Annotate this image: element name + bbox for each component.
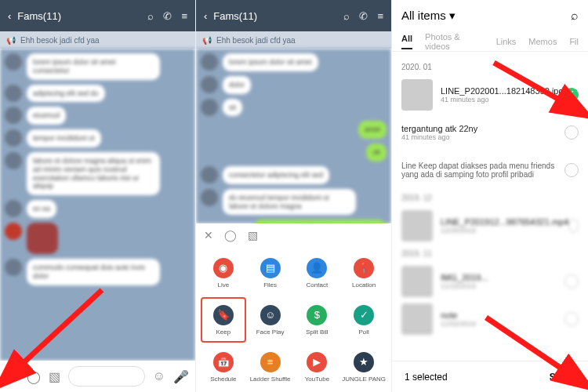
- keep-header: All items ▾ ⌕: [392, 0, 588, 31]
- attach-label: Ladder Shuffle: [250, 376, 291, 383]
- attach-split-bill[interactable]: $Split Bill: [295, 297, 340, 343]
- attach-icon: ☺: [260, 305, 281, 325]
- attach-label: Keep: [216, 328, 231, 336]
- message-input[interactable]: [68, 366, 145, 387]
- back-icon[interactable]: ‹: [8, 10, 11, 22]
- attach-icon: ◉: [213, 258, 234, 278]
- attach-icon: ▶: [307, 352, 327, 372]
- keep-item[interactable]: Line Keep dapat diakses pada menu friend…: [401, 151, 579, 189]
- attach-label: YouTube: [305, 376, 329, 383]
- camera-icon[interactable]: ◯: [27, 369, 41, 384]
- chat-body: lorem ipsum dolor sit amet consectetur a…: [0, 49, 195, 361]
- keep-title[interactable]: All items ▾: [401, 9, 571, 23]
- call-icon[interactable]: ✆: [163, 10, 172, 22]
- search-icon[interactable]: ⌕: [343, 10, 350, 22]
- search-icon[interactable]: ⌕: [571, 9, 579, 23]
- announcement-text: Ehh besok jadi cfd yaa: [216, 36, 296, 45]
- tab-files[interactable]: Fil: [569, 37, 579, 46]
- attach-live[interactable]: ◉Live: [201, 250, 246, 296]
- item-name: LINE_P202001...182148390.jpg: [441, 86, 564, 96]
- select-checkbox[interactable]: [564, 88, 579, 102]
- panel-chat-1: ‹ Fams(11) ⌕ ✆ ≡ 📢 Ehh besok jadi cfd ya…: [0, 0, 196, 392]
- attach-icon: ★: [354, 352, 374, 372]
- attach-label: Location: [352, 281, 376, 289]
- announcement-bar[interactable]: 📢 Ehh besok jadi cfd yaa: [0, 31, 195, 49]
- select-checkbox[interactable]: [564, 163, 579, 177]
- date-label: 2020. 01: [401, 63, 579, 71]
- item-name: Line Keep dapat diakses pada menu friend…: [401, 162, 564, 179]
- attach-youtube[interactable]: ▶YouTube: [295, 344, 340, 390]
- attach-icon: ▤: [260, 258, 281, 278]
- chat-title: Fams(11): [213, 10, 334, 22]
- gallery-icon[interactable]: ▧: [49, 369, 60, 384]
- item-time: 41 minutes ago: [441, 96, 564, 103]
- chat-header: ‹ Fams(11) ⌕ ✆ ≡: [0, 0, 195, 31]
- announcement-text: Ehh besok jadi cfd yaa: [20, 36, 100, 45]
- attach-label: Face Play: [256, 328, 285, 336]
- attachment-grid: ◉Live▤Files👤Contact📍Location🔖Keep☺Face P…: [196, 247, 391, 392]
- attach-label: Live: [218, 281, 230, 289]
- attach-top-bar: ✕ ◯ ▧: [196, 223, 391, 247]
- menu-icon[interactable]: ≡: [181, 10, 187, 22]
- chat-header: ‹ Fams(11) ⌕ ✆ ≡: [196, 0, 391, 31]
- attach-label: Contact: [307, 281, 328, 289]
- menu-icon[interactable]: ≡: [377, 10, 383, 22]
- attach-face-play[interactable]: ☺Face Play: [248, 297, 293, 343]
- announcement-bar[interactable]: 📢 Ehh besok jadi cfd yaa: [196, 31, 391, 49]
- attach-location[interactable]: 📍Location: [341, 250, 387, 296]
- attach-label: Poll: [358, 328, 368, 336]
- gallery-icon[interactable]: ▧: [248, 229, 258, 241]
- keep-item[interactable]: tergantung atk 22ny 41 minutes ago: [401, 114, 579, 151]
- item-time: 41 minutes ago: [401, 133, 564, 141]
- item-thumbnail: [401, 79, 433, 111]
- tab-all[interactable]: All: [401, 34, 412, 49]
- panel-chat-2: ‹ Fams(11) ⌕ ✆ ≡ 📢 Ehh besok jadi cfd ya…: [196, 0, 392, 392]
- selected-count: 1 selected: [405, 372, 448, 383]
- call-icon[interactable]: ✆: [359, 10, 368, 22]
- attach-label: Files: [263, 281, 277, 289]
- tab-links[interactable]: Links: [496, 37, 517, 46]
- panel-keep: All items ▾ ⌕ All Photos & videos Links …: [392, 0, 588, 392]
- attach-icon: 🔖: [213, 305, 234, 325]
- camera-icon[interactable]: ◯: [224, 229, 237, 241]
- megaphone-icon: 📢: [6, 36, 16, 45]
- attach-keep[interactable]: 🔖Keep: [201, 297, 246, 343]
- attach-icon: 📍: [354, 258, 374, 278]
- attach-label: JUNGLE PANG: [342, 376, 386, 383]
- attach-label: Schedule: [210, 376, 236, 383]
- attach-ladder-shuffle[interactable]: ≡Ladder Shuffle: [248, 344, 293, 390]
- attach-schedule[interactable]: 📅Schedule: [201, 344, 246, 390]
- close-icon[interactable]: ✕: [204, 229, 213, 241]
- attach-files[interactable]: ▤Files: [248, 250, 293, 296]
- attach-icon: $: [307, 305, 327, 325]
- megaphone-icon: 📢: [202, 36, 212, 45]
- keep-item[interactable]: LINE_P202001...182148390.jpg 41 minutes …: [401, 76, 579, 114]
- keep-tabs: All Photos & videos Links Memos Fil: [392, 31, 588, 52]
- attach-contact[interactable]: 👤Contact: [295, 250, 340, 296]
- mic-icon[interactable]: 🎤: [173, 369, 189, 384]
- attachment-panel: ✕ ◯ ▧ ◉Live▤Files👤Contact📍Location🔖Keep☺…: [196, 223, 391, 392]
- select-checkbox[interactable]: [564, 125, 579, 140]
- search-icon[interactable]: ⌕: [147, 10, 154, 22]
- tab-memos[interactable]: Memos: [528, 37, 557, 46]
- share-button[interactable]: Share: [550, 372, 575, 383]
- attach-jungle-pang[interactable]: ★JUNGLE PANG: [341, 344, 387, 390]
- chat-input-bar: ＋ ◯ ▧ ☺ 🎤: [0, 361, 195, 392]
- item-name: tergantung atk 22ny: [401, 124, 564, 133]
- attach-icon: 👤: [307, 258, 327, 278]
- attach-poll[interactable]: ✓Poll: [341, 297, 387, 343]
- emoji-icon[interactable]: ☺: [153, 369, 165, 383]
- attach-icon: 📅: [213, 352, 234, 372]
- chat-body: lorem ipsum dolor sit amet dolor sit ame…: [196, 49, 391, 223]
- tab-photos[interactable]: Photos & videos: [425, 32, 484, 51]
- attach-icon: ≡: [260, 352, 281, 372]
- keep-list: 2020. 01 LINE_P202001...182148390.jpg 41…: [392, 52, 588, 361]
- attach-icon: ✓: [354, 305, 374, 325]
- keep-footer: 1 selected Share: [392, 361, 588, 392]
- plus-icon[interactable]: ＋: [6, 368, 19, 385]
- attach-label: Split Bill: [306, 328, 328, 336]
- chat-title: Fams(11): [17, 10, 138, 22]
- back-icon[interactable]: ‹: [204, 10, 207, 22]
